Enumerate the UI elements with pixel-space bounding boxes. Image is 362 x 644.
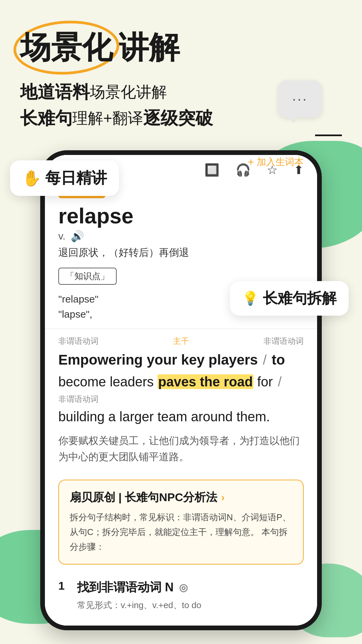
daily-text: 每日精讲 — [45, 168, 107, 189]
tip-card-title: 扇贝原创 | 长难句NPC分析法 › — [70, 490, 292, 505]
step-desc: 常见形式：v.+ing、v.+ed、to do — [77, 598, 201, 612]
title-highlighted-text: 场景化 — [20, 30, 113, 64]
word-main: relapse — [58, 204, 133, 228]
step-section: 1 找到非谓语动词 N ◎ 常见形式：v.+ing、v.+ed、to do — [45, 573, 317, 626]
sentence-slash-2: / — [278, 374, 282, 389]
tip-card-chevron: › — [221, 492, 225, 503]
tip-card[interactable]: 扇贝原创 | 长难句NPC分析法 › 拆分句子结构时，常见标识：非谓语动词N、介… — [58, 480, 304, 565]
grammar-label-right: 非谓语动词 — [263, 336, 304, 346]
title-highlighted-wrapper: 场景化 — [20, 27, 113, 68]
sentence-bold-part: Empowering your key players — [58, 352, 258, 368]
translation: 你要赋权关键员工，让他们成为领导者，为打造以他们为中心的更大团队铺平道路。 — [58, 433, 304, 465]
add-vocab-plus: + — [248, 156, 254, 168]
subtitle-divider — [315, 135, 342, 136]
phone-divider — [45, 328, 317, 329]
sentence-slash-1: / — [263, 353, 266, 367]
float-card-analysis[interactable]: 💡 长难句拆解 — [230, 281, 349, 316]
subtitle-line2-bold: 长难句 — [20, 107, 72, 130]
phone-area: ✋ 每日精讲 ‹ 🔲 🎧 ☆ ⬆ 高频写作 relapse — [0, 150, 362, 630]
subtitle-line2-mid: 理解+翻译 — [72, 108, 143, 129]
float-card-daily[interactable]: ✋ 每日精讲 — [10, 160, 119, 196]
grammar-label-center: 主干 — [173, 336, 189, 346]
sentence-line1: Empowering your key players / to — [58, 349, 304, 370]
word-context-2: "lapse", — [58, 309, 92, 320]
step-number: 1 — [58, 579, 70, 592]
word-definition: 退回原状，（好转后）再倒退 — [58, 246, 304, 260]
sentence-line2: become leaders paves the road for / — [58, 371, 304, 392]
grammar-label-left: 非谓语动词 — [58, 336, 99, 346]
chat-bubble: ··· — [278, 80, 322, 117]
tip-card-content: 拆分句子结构时，常见标识：非谓语动词N、介词短语P、从句C；拆分完毕后，就能定位… — [70, 510, 292, 554]
daily-emoji: ✋ — [22, 169, 41, 187]
sentence-line2-highlight: paves the road — [158, 374, 253, 389]
sentence-line2-pre: become leaders — [58, 374, 158, 389]
step-content: 找到非谓语动词 N ◎ 常见形式：v.+ing、v.+ed、to do — [77, 579, 201, 612]
add-vocab-text: 加入生词本 — [257, 156, 304, 168]
analysis-text: 长难句拆解 — [263, 288, 337, 308]
title-row: 场景化 讲解 — [20, 27, 342, 68]
subtitle-line2-end: 逐级突破 — [143, 107, 213, 130]
speaker-icon[interactable]: 🔊 — [71, 230, 84, 243]
sentence-line3-label: 非谓语动词 — [58, 394, 304, 405]
step-title-text: 找到非谓语动词 N — [77, 579, 174, 596]
word-part-of-speech: v. — [58, 230, 65, 242]
step-title: 找到非谓语动词 N ◎ — [77, 579, 201, 596]
sentence-section: 非谓语动词 主干 非谓语动词 Empowering your key playe… — [45, 336, 317, 480]
sentence-to: to — [272, 352, 285, 368]
header: 场景化 讲解 ··· 地道语料 场景化讲解 长难句 理解+翻译 逐级突破 — [0, 0, 362, 130]
subtitle-line1-bold: 地道语料 — [20, 80, 90, 104]
sentence-line2-post: for — [253, 374, 273, 389]
topbar-dict-icon[interactable]: 🔲 — [204, 163, 220, 177]
step-item-1: 1 找到非谓语动词 N ◎ 常见形式：v.+ing、v.+ed、to do — [58, 579, 304, 612]
analysis-emoji: 💡 — [242, 290, 259, 306]
word-context-1: "relapse" — [58, 293, 99, 305]
phone-screen: ‹ 🔲 🎧 ☆ ⬆ 高频写作 relapse + 加入生词本 — [45, 155, 317, 626]
knowledge-tag[interactable]: 「知识点」 — [58, 268, 117, 285]
subtitle-block: ··· 地道语料 场景化讲解 长难句 理解+翻译 逐级突破 — [20, 80, 342, 130]
phone-frame: ‹ 🔲 🎧 ☆ ⬆ 高频写作 relapse + 加入生词本 — [40, 150, 322, 630]
subtitle-line1-rest: 场景化讲解 — [90, 82, 167, 103]
chat-bubble-text: ··· — [292, 91, 308, 107]
word-phonetic: v. 🔊 — [58, 230, 304, 243]
step-title-icon[interactable]: ◎ — [179, 582, 188, 593]
title-rest: 讲解 — [118, 27, 180, 68]
sentence-line3: building a larger team around them. — [58, 406, 304, 427]
grammar-label-row: 非谓语动词 主干 非谓语动词 — [58, 336, 304, 346]
tip-card-title-text: 扇贝原创 | 长难句NPC分析法 — [70, 490, 217, 505]
add-vocab-button[interactable]: + 加入生词本 — [248, 156, 304, 168]
